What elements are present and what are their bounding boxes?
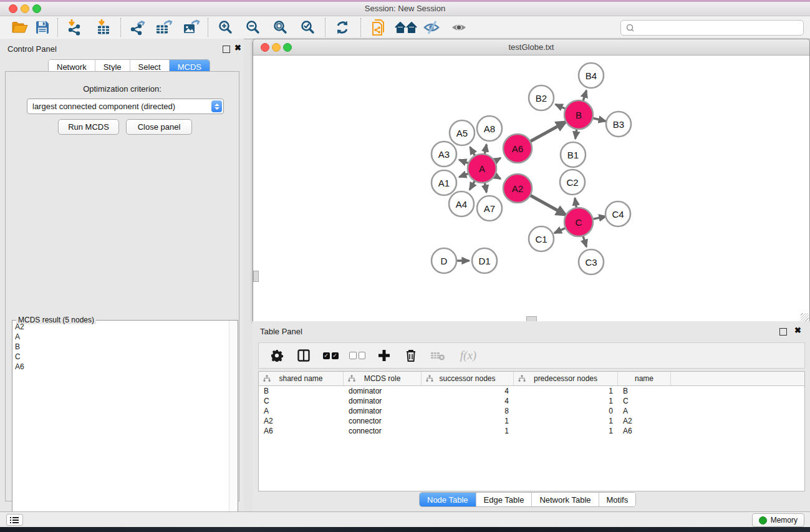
graph-node-A6[interactable]: A6	[503, 134, 532, 163]
run-mcds-button[interactable]: Run MCDS	[58, 119, 119, 135]
graph-node-B[interactable]: B	[564, 100, 593, 129]
import-table-icon[interactable]	[94, 17, 114, 37]
graph-node-B1[interactable]: B1	[561, 142, 586, 167]
delete-table-icon[interactable]	[430, 347, 446, 364]
table-row[interactable]: Cdominator41C	[259, 396, 804, 406]
add-column-icon[interactable]	[376, 347, 392, 364]
optimization-criterion-select[interactable]: largest connected component (directed)	[27, 99, 224, 114]
open-file-icon[interactable]	[10, 17, 30, 37]
graph-node-C1[interactable]: C1	[529, 226, 554, 251]
tab-network-table[interactable]: Network Table	[532, 493, 599, 506]
result-list-item[interactable]: A	[12, 332, 229, 342]
table-row[interactable]: A2connector11A2	[259, 416, 804, 426]
close-panel-button[interactable]: Close panel	[126, 119, 192, 135]
table-cell[interactable]: 1	[514, 396, 618, 406]
zoom-fit-icon[interactable]	[271, 17, 291, 37]
delete-column-icon[interactable]	[403, 347, 419, 364]
zoom-out-icon[interactable]	[243, 17, 263, 37]
refresh-icon[interactable]	[332, 17, 352, 37]
search-input[interactable]	[620, 20, 804, 36]
resize-grip-icon[interactable]	[801, 313, 809, 321]
minimize-window-icon[interactable]	[21, 4, 29, 13]
column-layout-icon[interactable]	[296, 347, 312, 364]
deselect-all-icon[interactable]	[349, 347, 365, 364]
graph-node-D1[interactable]: D1	[472, 248, 497, 273]
column-header-MCDS-role[interactable]: MCDS role	[344, 372, 422, 385]
export-table-icon[interactable]	[154, 17, 174, 37]
table-row[interactable]: Bdominator41B	[259, 386, 804, 396]
fx-formula-icon[interactable]: f(x)	[456, 347, 480, 364]
graph-node-C[interactable]: C	[564, 208, 593, 236]
column-header-predecessor-nodes[interactable]: predecessor nodes	[514, 372, 618, 385]
graph-node-A2[interactable]: A2	[503, 174, 532, 203]
table-cell[interactable]: 1	[422, 416, 514, 426]
float-panel-icon[interactable]	[223, 46, 230, 53]
graph-node-D[interactable]: D	[432, 248, 456, 273]
table-cell[interactable]: 1	[422, 426, 514, 436]
hide-selected-icon[interactable]	[422, 17, 441, 37]
save-session-icon[interactable]	[32, 17, 52, 37]
result-list-item[interactable]: B	[12, 342, 229, 352]
graph-node-A[interactable]: A	[468, 154, 496, 183]
graph-node-B4[interactable]: B4	[579, 63, 604, 88]
table-cell[interactable]: 4	[422, 386, 514, 396]
table-row[interactable]: A6connector11A6	[259, 426, 804, 436]
column-header-successor-nodes[interactable]: successor nodes	[422, 372, 514, 385]
result-list-item[interactable]: C	[12, 352, 229, 362]
tab-edge-table[interactable]: Edge Table	[476, 493, 533, 506]
result-list-item[interactable]: A2	[12, 322, 229, 332]
table-cell[interactable]: A6	[618, 426, 671, 436]
table-row[interactable]: Adominator80A	[259, 406, 804, 416]
tab-motifs[interactable]: Motifs	[599, 493, 636, 506]
graph-node-B3[interactable]: B3	[606, 112, 631, 137]
table-cell[interactable]: A	[618, 406, 671, 416]
table-cell[interactable]: 1	[514, 386, 618, 396]
table-cell[interactable]: C	[618, 396, 671, 406]
table-cell[interactable]: 4	[422, 396, 514, 406]
table-cell[interactable]: connector	[344, 426, 422, 436]
memory-button[interactable]: Memory	[752, 513, 804, 527]
zoom-window-icon[interactable]	[32, 4, 41, 13]
close-window-icon[interactable]	[9, 4, 17, 13]
select-all-icon[interactable]: ✓ ✓	[322, 347, 339, 364]
graph-node-A4[interactable]: A4	[449, 191, 474, 216]
export-image-icon[interactable]	[181, 17, 201, 37]
network-graph[interactable]: B4B2BB3A8A5A6A3B1AA1C2A2A4A7C4CC1C3DD1	[253, 56, 808, 321]
table-cell[interactable]: B	[618, 386, 671, 396]
zoom-in-icon[interactable]	[216, 17, 236, 37]
gear-icon[interactable]	[269, 347, 285, 364]
table-cell[interactable]: 1	[514, 416, 618, 426]
left-edge-handle[interactable]	[253, 271, 259, 282]
new-network-icon[interactable]	[369, 17, 388, 37]
table-cell[interactable]: C	[259, 396, 344, 406]
show-selected-icon[interactable]	[449, 17, 469, 37]
float-table-panel-icon[interactable]	[779, 328, 787, 336]
task-list-icon[interactable]	[6, 514, 23, 526]
network-canvas[interactable]: B4B2BB3A8A5A6A3B1AA1C2A2A4A7C4CC1C3DD1	[253, 56, 809, 322]
graph-node-A8[interactable]: A8	[477, 116, 502, 141]
table-cell[interactable]: A2	[259, 416, 344, 426]
table-cell[interactable]: A6	[259, 426, 344, 436]
close-panel-icon[interactable]: ✖	[234, 44, 241, 52]
show-all-icon[interactable]	[393, 17, 418, 37]
export-network-icon[interactable]	[127, 17, 147, 37]
table-cell[interactable]: connector	[344, 416, 422, 426]
table-cell[interactable]: dominator	[344, 396, 422, 406]
graph-node-C2[interactable]: C2	[560, 170, 585, 195]
graph-node-B2[interactable]: B2	[529, 85, 554, 110]
table-cell[interactable]: 1	[514, 426, 618, 436]
table-cell[interactable]: B	[259, 386, 344, 396]
table-cell[interactable]: dominator	[344, 386, 422, 396]
table-cell[interactable]: 0	[514, 406, 618, 416]
tab-node-table[interactable]: Node Table	[420, 493, 476, 506]
column-header-name[interactable]: name	[618, 372, 671, 385]
import-network-icon[interactable]	[65, 17, 85, 37]
result-scrollbar[interactable]	[229, 321, 238, 531]
graph-node-C3[interactable]: C3	[579, 249, 604, 274]
graph-node-A5[interactable]: A5	[450, 120, 475, 145]
graph-node-C4[interactable]: C4	[605, 201, 630, 226]
table-cell[interactable]: 8	[422, 406, 514, 416]
close-table-panel-icon[interactable]: ✖	[794, 326, 801, 335]
graph-node-A3[interactable]: A3	[432, 142, 456, 167]
graph-node-A1[interactable]: A1	[432, 170, 456, 195]
